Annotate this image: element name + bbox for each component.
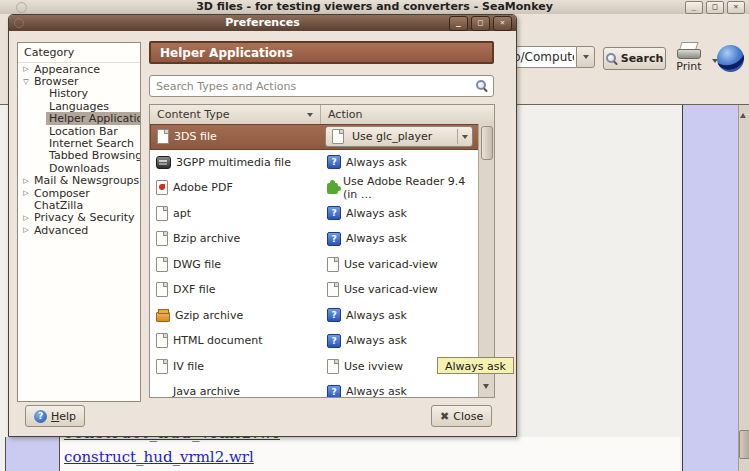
page-table-cell <box>5 437 60 471</box>
action-cell: ?Always ask <box>321 155 479 169</box>
table-row-html-document[interactable]: HTML document?Always ask <box>150 328 479 354</box>
table-row-3ds-file[interactable]: 3DS fileUse glc_player <box>150 124 479 150</box>
main-window-title: 3D files - for testing viewers and conve… <box>196 0 553 13</box>
sidebar-item-tabbed-browsing[interactable]: Tabbed Browsing <box>18 150 140 162</box>
url-history-button[interactable] <box>576 46 595 68</box>
none-icon <box>156 386 168 397</box>
sidebar-item-label: Helper Applications <box>46 112 141 125</box>
seamonkey-logo-icon <box>717 45 744 72</box>
question-icon: ? <box>327 308 341 322</box>
content-type-label: 3GPP multimedia file <box>176 156 291 169</box>
sidebar-item-label: Languages <box>46 100 112 113</box>
dialog-maximize-icon[interactable]: □ <box>471 16 490 31</box>
content-type-label: Gzip archive <box>175 309 243 322</box>
expander-closed-icon[interactable]: ▷ <box>18 177 31 185</box>
expander-closed-icon[interactable]: ▷ <box>18 214 31 222</box>
sidebar-item-privacy-security[interactable]: ▷Privacy & Security <box>18 212 140 224</box>
filter-search-input[interactable] <box>150 80 476 93</box>
scroll-up-icon[interactable] <box>740 110 746 118</box>
column-header-content-type[interactable]: Content Type <box>150 105 321 124</box>
expander-closed-icon[interactable]: ▷ <box>18 226 31 234</box>
main-window-titlebar: 3D files - for testing viewers and conve… <box>0 0 749 15</box>
table-row-dwg-file[interactable]: DWG fileUse varicad-view <box>150 252 479 278</box>
sidebar-item-appearance[interactable]: ▷Appearance <box>18 63 140 75</box>
table-row-apt[interactable]: apt?Always ask <box>150 201 479 227</box>
file-icon <box>156 206 168 221</box>
action-label: Always ask <box>346 232 407 245</box>
chevron-down-icon <box>462 135 468 142</box>
page-scrollbar-thumb[interactable] <box>739 430 749 459</box>
action-label: Use varicad-view <box>344 258 438 271</box>
sidebar-item-label: Tabbed Browsing <box>46 149 141 162</box>
file-icon <box>156 282 168 297</box>
print-button[interactable]: Print <box>666 42 712 80</box>
expander-closed-icon[interactable]: ▷ <box>18 189 31 197</box>
dialog-minimize-icon[interactable]: _ <box>449 16 468 31</box>
plugin-icon <box>327 183 338 194</box>
action-label: Use varicad-view <box>344 283 438 296</box>
content-type-cell: 3GPP multimedia file <box>150 155 321 169</box>
page-scrollbar[interactable] <box>738 105 749 471</box>
table-row-gzip-archive[interactable]: Gzip archive?Always ask <box>150 303 479 329</box>
action-label: Use Adobe Reader 9.4 (in … <box>343 175 479 201</box>
close-icon[interactable]: ✕ <box>727 1 745 14</box>
content-type-cell: Gzip archive <box>150 309 321 322</box>
sidebar-item-chatzilla[interactable]: ChatZilla <box>18 199 140 211</box>
sidebar-item-composer[interactable]: ▷Composer <box>18 187 140 199</box>
close-button[interactable]: ✖ Close <box>431 405 492 427</box>
file-icon <box>327 282 339 297</box>
table-row-iv-file[interactable]: IV fileUse ivview <box>150 354 479 380</box>
content-type-cell: DWG file <box>150 257 321 272</box>
dialog-window-controls: _ □ ✕ <box>449 16 512 31</box>
help-button[interactable]: ? Help <box>25 405 85 427</box>
table-row-adobe-pdf[interactable]: Adobe PDFUse Adobe Reader 9.4 (in … <box>150 175 479 201</box>
package-icon <box>156 312 170 322</box>
table-row-3gpp-multimedia-file[interactable]: 3GPP multimedia file?Always ask <box>150 150 479 176</box>
table-scrollbar-thumb[interactable] <box>481 126 493 160</box>
main-window-icon <box>16 2 27 13</box>
chevron-down-icon <box>583 55 589 62</box>
sidebar-item-location-bar[interactable]: Location Bar <box>18 125 140 137</box>
category-list: ▷Appearance▽BrowserHistoryLanguagesHelpe… <box>18 63 140 236</box>
action-dropdown[interactable]: Use glc_player <box>325 126 473 147</box>
expander-open-icon[interactable]: ▽ <box>18 78 31 86</box>
sidebar-item-mail-newsgroups[interactable]: ▷Mail & Newsgroups <box>18 175 140 187</box>
sidebar-item-languages[interactable]: Languages <box>18 100 140 112</box>
file-icon <box>156 359 168 374</box>
minimize-icon[interactable]: _ <box>685 1 703 14</box>
content-type-label: HTML document <box>173 334 263 347</box>
wrl-file-link[interactable]: construct_hud_vrml2.wrl <box>64 448 254 466</box>
content-type-cell: HTML document <box>150 333 321 348</box>
table-row-dxf-file[interactable]: DXF fileUse varicad-view <box>150 277 479 303</box>
main-window-controls: _ □ ✕ <box>685 1 745 14</box>
sidebar-item-internet-search[interactable]: Internet Search <box>18 137 140 149</box>
scroll-down-icon[interactable] <box>483 384 489 392</box>
maximize-icon[interactable]: □ <box>706 1 724 14</box>
table-row-bzip-archive[interactable]: Bzip archive?Always ask <box>150 226 479 252</box>
action-label: Always ask <box>346 156 407 169</box>
dialog-window-icon <box>14 18 24 28</box>
sidebar-item-label: Composer <box>31 187 93 200</box>
column-header-action[interactable]: Action <box>321 105 494 124</box>
dropdown-separator <box>457 129 458 144</box>
file-icon <box>327 257 339 272</box>
search-button[interactable]: Search <box>603 47 666 70</box>
sidebar-item-advanced[interactable]: ▷Advanced <box>18 224 140 236</box>
sidebar-item-label: History <box>46 87 91 100</box>
dialog-close-icon[interactable]: ✕ <box>493 16 512 31</box>
content-type-cell: Adobe PDF <box>150 180 321 195</box>
sidebar-item-downloads[interactable]: Downloads <box>18 162 140 174</box>
question-icon: ? <box>327 206 341 220</box>
sidebar-item-history[interactable]: History <box>18 88 140 100</box>
table-row-java-archive[interactable]: Java archive?Always ask <box>150 379 479 397</box>
sidebar-item-browser[interactable]: ▽Browser <box>18 75 140 87</box>
content-type-cell: Bzip archive <box>150 231 321 246</box>
sidebar-item-helper-applications[interactable]: Helper Applications <box>18 113 140 125</box>
action-cell: Use glc_player <box>322 126 478 147</box>
sidebar-item-label: Advanced <box>31 224 91 237</box>
question-icon: ? <box>327 232 341 246</box>
expander-closed-icon[interactable]: ▷ <box>18 65 31 73</box>
category-header: Category <box>18 43 140 63</box>
file-icon <box>157 129 169 144</box>
content-type-label: Bzip archive <box>173 232 240 245</box>
